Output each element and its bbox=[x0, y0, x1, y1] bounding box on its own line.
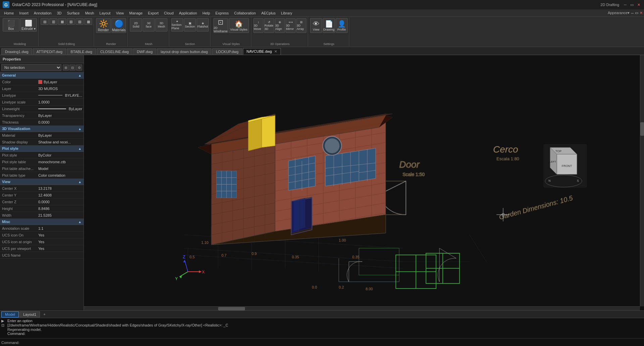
toolbar-restore[interactable]: ▭ bbox=[635, 11, 638, 15]
toolbar-close[interactable]: ✕ bbox=[640, 11, 643, 15]
3d-viz-rows: Material ByLayer Shadow display Shadow a… bbox=[0, 132, 84, 145]
menu-application[interactable]: Application bbox=[176, 10, 200, 16]
tab-close-navcube[interactable]: ✕ bbox=[274, 49, 277, 53]
menu-mesh[interactable]: Mesh bbox=[82, 10, 97, 16]
section-misc[interactable]: Misc ▲ bbox=[0, 219, 84, 225]
close-button[interactable]: ✕ bbox=[636, 2, 641, 7]
layout-tab-model[interactable]: Model bbox=[1, 311, 19, 317]
toolbar-minimize[interactable]: ─ bbox=[631, 11, 634, 15]
menu-view[interactable]: View bbox=[113, 10, 127, 16]
visual-styles-button[interactable]: 🏠Visual Styles bbox=[229, 18, 249, 33]
section-general[interactable]: General ▲ bbox=[0, 72, 84, 79]
modeling-buttons: ⬛ Box ⬜ Extrude ▾ bbox=[3, 18, 37, 32]
tab-dwf[interactable]: DWF.dwg bbox=[133, 48, 156, 55]
tab-attipedit[interactable]: ATTIPEDIT.dwg bbox=[33, 48, 66, 55]
section-view[interactable]: View ▲ bbox=[0, 179, 84, 185]
3dface-button[interactable]: 3dface bbox=[143, 18, 155, 32]
tab-closeline[interactable]: CLOSELINE.dwg bbox=[97, 48, 133, 55]
horizontal-scrollbar[interactable] bbox=[84, 306, 640, 310]
tab-navcube[interactable]: NAVCUBE.dwg ✕ bbox=[243, 48, 281, 55]
appearance-button[interactable]: 2D Drafting bbox=[598, 2, 621, 7]
menu-annotation[interactable]: Annotation bbox=[31, 10, 54, 16]
3d-ops-buttons: ↕3D Move ↺Rotate 3D ⊕3D Align ⟺3D Mirror… bbox=[253, 18, 306, 33]
3dmove-button[interactable]: ↕3D Move bbox=[253, 18, 263, 33]
svg-text:1.10: 1.10 bbox=[201, 241, 208, 245]
menu-3d[interactable]: 3D bbox=[54, 10, 64, 16]
3dmirror-button[interactable]: ⟺3D Mirror bbox=[286, 18, 296, 33]
menu-collaboration[interactable]: Collaboration bbox=[232, 10, 259, 16]
menu-express[interactable]: Express bbox=[213, 10, 232, 16]
main-content: Properties No selection ⊞ ⊟ ⚙ General ▲ … bbox=[0, 55, 644, 310]
tab-drawing1[interactable]: Drawing1.dwg bbox=[1, 48, 32, 55]
menu-aecplus[interactable]: AECplus bbox=[258, 10, 278, 16]
prop-ucs-icon-origin: UCS icon at origin Yes bbox=[0, 239, 84, 245]
materials-button[interactable]: 🔵 Materials bbox=[111, 18, 126, 33]
prop-icon-3[interactable]: ⚙ bbox=[76, 64, 82, 71]
menu-export[interactable]: Export bbox=[145, 10, 161, 16]
separate-button[interactable]: ▦ bbox=[58, 18, 66, 25]
section-plot-style[interactable]: Plot style ▲ bbox=[0, 145, 84, 152]
menu-home[interactable]: Home bbox=[1, 10, 16, 16]
view-button[interactable]: 👁View bbox=[310, 18, 322, 33]
prop-icon-1[interactable]: ⊞ bbox=[63, 64, 69, 71]
profile-button[interactable]: 👤Profile bbox=[336, 18, 348, 33]
menu-cloud[interactable]: Cloud bbox=[161, 10, 177, 16]
menu-help[interactable]: Help bbox=[200, 10, 213, 16]
section-plane-button[interactable]: ✦Section Plane bbox=[171, 18, 183, 32]
2dsolid-button[interactable]: 2DSolid bbox=[130, 18, 142, 32]
visual-style-buttons: ⊡2D Wireframe 🏠Visual Styles bbox=[213, 18, 249, 33]
prop-icon-2[interactable]: ⊟ bbox=[69, 64, 76, 71]
menu-layout[interactable]: Layout bbox=[97, 10, 113, 16]
section-button[interactable]: ▣Section bbox=[184, 18, 196, 32]
menu-surface[interactable]: Surface bbox=[64, 10, 83, 16]
svg-marker-135 bbox=[183, 260, 186, 262]
extrude-faces-button[interactable]: ▥ bbox=[49, 18, 57, 25]
flatshot-button[interactable]: ◈Flatshot bbox=[197, 18, 209, 32]
menu-insert[interactable]: Insert bbox=[16, 10, 31, 16]
no-selection-select[interactable]: No selection bbox=[1, 64, 61, 71]
svg-text:0.35: 0.35 bbox=[352, 255, 359, 259]
solid-btn3[interactable]: ▨ bbox=[76, 18, 84, 25]
solid-btn2[interactable]: ▧ bbox=[67, 18, 75, 25]
minimize-button[interactable]: ─ bbox=[623, 2, 628, 7]
menu-manage[interactable]: Manage bbox=[127, 10, 145, 16]
svg-text:Y: Y bbox=[175, 276, 178, 281]
settings-label: Settings bbox=[324, 42, 335, 46]
svg-text:Cerco: Cerco bbox=[493, 144, 518, 155]
view-rows: Center X 13.2178 Center Y 12.4608 Center… bbox=[0, 185, 84, 219]
drawing-button[interactable]: 📄Drawing bbox=[323, 18, 335, 33]
2d-wireframe-button[interactable]: ⊡2D Wireframe bbox=[213, 18, 228, 33]
tab-layout-dd[interactable]: layout drop down button.dwg bbox=[157, 48, 212, 55]
title-buttons: 2D Drafting ─ ▭ ✕ bbox=[598, 2, 641, 7]
selection-dropdown: No selection ⊞ ⊟ ⚙ bbox=[0, 63, 84, 72]
3dalign-button[interactable]: ⊕3D Align bbox=[275, 18, 285, 33]
toolbar-group-modeling: ⬛ Box ⬜ Extrude ▾ Modeling bbox=[1, 17, 39, 46]
layout-tab-layout1[interactable]: Layout1 bbox=[19, 311, 40, 317]
solid-btn4[interactable]: ▩ bbox=[84, 18, 92, 25]
prop-material: Material ByLayer bbox=[0, 132, 84, 139]
extract-edges-button[interactable]: ▤ bbox=[41, 18, 49, 25]
vertical-scrollbar[interactable] bbox=[640, 55, 644, 306]
menu-library[interactable]: Library bbox=[278, 10, 295, 16]
prop-transparency: Transparency ByLayer bbox=[0, 112, 84, 119]
svg-text:0.9: 0.9 bbox=[252, 252, 257, 256]
restore-button[interactable]: ▭ bbox=[629, 2, 635, 7]
tab-btable[interactable]: BTABLE.dwg bbox=[67, 48, 96, 55]
solid-editing-label: Solid Editing bbox=[58, 42, 75, 46]
viewport[interactable]: Door Scale 1:50 Cerco Escala 1:80 Garden… bbox=[84, 55, 644, 310]
tab-lockup[interactable]: LOCKUP.dwg bbox=[212, 48, 242, 55]
svg-text:Scale 1:50: Scale 1:50 bbox=[402, 172, 425, 177]
box-button[interactable]: ⬛ Box bbox=[3, 18, 19, 32]
extrude-button[interactable]: ⬜ Extrude ▾ bbox=[20, 18, 37, 32]
rotate3d-button[interactable]: ↺Rotate 3D bbox=[264, 18, 274, 33]
prop-annotation-scale: Annotation scale 1:1 bbox=[0, 225, 84, 232]
layout-tab-add[interactable]: ＋ bbox=[41, 311, 48, 317]
section-3d-viz[interactable]: 3D Visualization ▲ bbox=[0, 126, 84, 132]
3darray-button[interactable]: ⊞3D Array bbox=[296, 18, 306, 33]
prop-center-y: Center Y 12.4608 bbox=[0, 192, 84, 199]
3dmesh-button[interactable]: 3DMesh bbox=[155, 18, 167, 32]
view-arrow: ▲ bbox=[78, 180, 82, 184]
render-button[interactable]: 🔆 Render bbox=[96, 18, 111, 33]
svg-text:1.00: 1.00 bbox=[339, 238, 346, 242]
command-input[interactable] bbox=[21, 341, 643, 345]
